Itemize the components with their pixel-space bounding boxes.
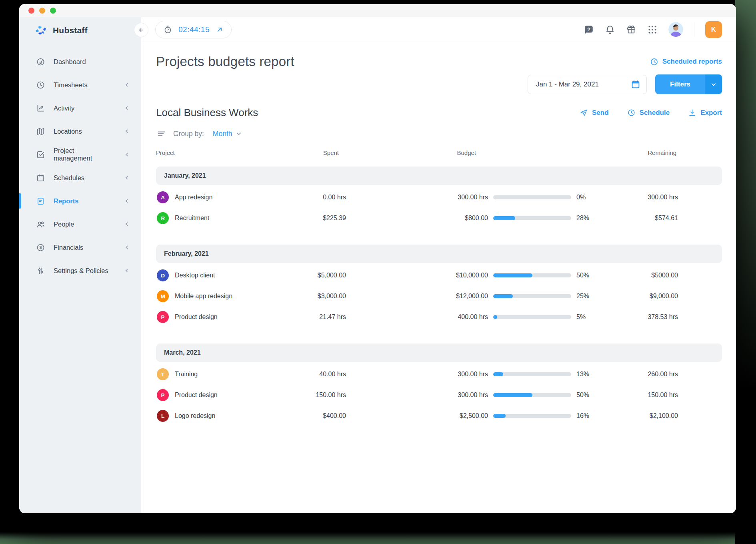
project-cell[interactable]: P Product design [156, 389, 280, 401]
sidebar-item-label: Dashboard [54, 58, 86, 66]
people-icon [36, 220, 45, 229]
project-cell[interactable]: A App redesign [156, 191, 280, 203]
spent-value: $225.39 [280, 215, 346, 222]
organization-badge[interactable]: K [705, 21, 722, 38]
svg-text:?: ? [587, 26, 590, 32]
budget-progress-bar [488, 195, 571, 199]
calendar-icon [36, 173, 45, 183]
table-row: D Desktop client $5,000.00 $10,000.00 50… [156, 265, 722, 286]
close-window-button[interactable] [28, 8, 34, 14]
table-row: L Logo redesign $400.00 $2,500.00 16% $2… [156, 405, 722, 426]
month-group-header: February, 2021 [156, 245, 722, 263]
date-range-input[interactable]: Jan 1 - Mar 29, 2021 [528, 75, 647, 94]
chart-icon [36, 104, 45, 113]
project-name: Product design [175, 313, 218, 321]
dollar-icon: $ [36, 243, 45, 252]
zoom-window-button[interactable] [50, 8, 56, 14]
month-group-header: January, 2021 [156, 167, 722, 185]
sidebar-item-reports[interactable]: Reports [19, 189, 141, 213]
gift-icon[interactable] [626, 24, 636, 35]
sidebar-item-activity[interactable]: Activity [19, 96, 141, 120]
timer-value: 02:44:15 [178, 25, 210, 34]
app-window: Hubstaff Dashboard Timesheets Activity L… [19, 4, 736, 513]
budget-progress-bar [488, 372, 571, 376]
chevron-down-icon [710, 81, 717, 88]
filters-dropdown-button[interactable] [705, 74, 722, 94]
header-budget: Budget [346, 149, 488, 156]
header-spent: Spent [280, 149, 346, 156]
project-cell[interactable]: R Recruitment [156, 212, 280, 224]
month-group: February, 2021 D Desktop client $5,000.0… [156, 245, 722, 327]
spent-value: $400.00 [280, 412, 346, 420]
filters-button[interactable]: Filters [655, 74, 722, 94]
scheduled-reports-label: Scheduled reports [662, 58, 722, 66]
chevron-left-icon [123, 151, 131, 159]
timer-widget[interactable]: 02:44:15 [155, 21, 232, 38]
map-icon [36, 127, 45, 136]
sidebar-item-locations[interactable]: Locations [19, 120, 141, 143]
sidebar-item-people[interactable]: People [19, 213, 141, 236]
table-row: R Recruitment $225.39 $800.00 28% $574.6… [156, 208, 722, 229]
group-lines-icon[interactable] [157, 129, 166, 139]
budget-value: $2,500.00 [346, 412, 488, 420]
project-cell[interactable]: M Mobile app redesign [156, 290, 280, 302]
app-body: Hubstaff Dashboard Timesheets Activity L… [19, 17, 736, 513]
sidebar-item-schedules[interactable]: Schedules [19, 166, 141, 189]
project-name: App redesign [175, 194, 212, 201]
project-cell[interactable]: T Training [156, 368, 280, 380]
page-title: Projects budgets report [156, 54, 294, 69]
budget-value: $800.00 [346, 215, 488, 222]
sidebar-item-label: Project management [54, 147, 114, 162]
send-link[interactable]: Send [580, 108, 609, 117]
topbar-actions: ? K [584, 21, 722, 38]
sidebar-item-label: Locations [54, 128, 82, 135]
sidebar-item-dashboard[interactable]: Dashboard [19, 50, 141, 73]
topbar-divider [694, 22, 694, 37]
schedule-link[interactable]: Schedule [627, 108, 670, 117]
collapse-sidebar-button[interactable] [134, 23, 148, 37]
group-by-dropdown[interactable]: Month [213, 130, 242, 138]
check-square-icon [36, 150, 45, 159]
help-icon[interactable]: ? [584, 24, 594, 35]
project-avatar: R [157, 212, 169, 224]
hubstaff-logo-icon [35, 24, 48, 37]
project-cell[interactable]: P Product design [156, 311, 280, 323]
svg-text:$: $ [40, 245, 42, 250]
percent-used: 50% [571, 272, 600, 279]
brand-name: Hubstaff [53, 26, 88, 35]
brand: Hubstaff [19, 17, 141, 44]
scheduled-reports-link[interactable]: Scheduled reports [650, 58, 722, 66]
budgets-table: Project Spent Budget Remaining January, … [156, 149, 722, 426]
table-row: T Training 40.00 hrs 300.00 hrs 13% 260.… [156, 364, 722, 385]
sidebar-item-label: Financials [54, 244, 83, 251]
chevron-left-icon [123, 197, 131, 205]
sliders-icon [36, 266, 45, 275]
sidebar-item-timesheets[interactable]: Timesheets [19, 73, 141, 96]
remaining-value: 300.00 hrs [600, 194, 678, 201]
project-avatar: P [157, 311, 169, 323]
project-name: Recruitment [175, 215, 209, 222]
sidebar-item-project-management[interactable]: Project management [19, 143, 141, 166]
sidebar-item-financials[interactable]: $ Financials [19, 236, 141, 259]
minimize-window-button[interactable] [39, 8, 45, 14]
clock-icon [36, 80, 45, 90]
user-avatar[interactable] [668, 22, 683, 37]
spent-value: $5,000.00 [280, 272, 346, 279]
chevron-left-icon [123, 174, 131, 182]
sidebar-item-settings-policies[interactable]: Settings & Policies [19, 259, 141, 282]
spent-value: 21.47 hrs [280, 313, 346, 321]
apps-grid-icon[interactable] [647, 24, 658, 35]
spent-value: 40.00 hrs [280, 371, 346, 378]
notifications-bell-icon[interactable] [605, 24, 615, 35]
chevron-left-icon [123, 267, 131, 275]
filters-button-label[interactable]: Filters [655, 74, 705, 94]
export-link[interactable]: Export [688, 108, 722, 117]
table-row: A App redesign 0.00 hrs 300.00 hrs 0% 30… [156, 187, 722, 208]
sidebar-item-label: People [54, 221, 74, 228]
project-cell[interactable]: L Logo redesign [156, 410, 280, 422]
arrow-left-icon [137, 26, 145, 34]
arrow-up-right-icon[interactable] [216, 26, 224, 34]
month-group-header: March, 2021 [156, 343, 722, 362]
project-cell[interactable]: D Desktop client [156, 269, 280, 281]
remaining-value: $9,000.00 [600, 293, 678, 300]
